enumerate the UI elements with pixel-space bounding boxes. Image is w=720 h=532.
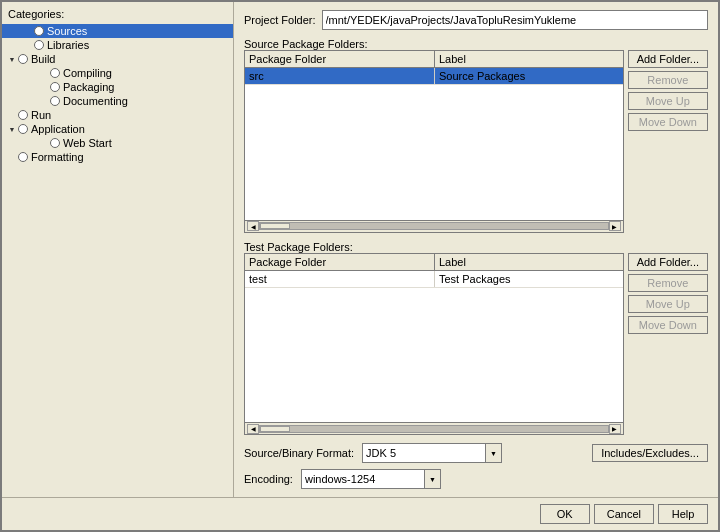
test-scrolltrack[interactable] xyxy=(259,425,609,433)
sidebar-item-label: Run xyxy=(31,109,51,121)
test-side-buttons: Add Folder... Remove Move Up Move Down xyxy=(628,253,708,436)
sidebar-item-formatting[interactable]: Formatting xyxy=(2,150,233,164)
build-circle-icon xyxy=(18,54,28,64)
webstart-circle-icon xyxy=(50,138,60,148)
source-scrollthumb[interactable] xyxy=(260,223,290,229)
test-col-label: Label xyxy=(435,254,623,270)
scroll-right-icon[interactable]: ▶ xyxy=(609,221,621,231)
left-panel: Categories: Sources Libraries Build Comp xyxy=(2,2,234,497)
test-scroll-left-icon[interactable]: ◀ xyxy=(247,424,259,434)
source-binary-select-wrapper: JDK 5 ▼ xyxy=(362,443,502,463)
packaging-circle-icon xyxy=(50,82,60,92)
test-table-body: test Test Packages xyxy=(245,271,623,423)
encoding-select[interactable]: windows-1254 xyxy=(301,469,441,489)
source-table-body: src Source Packages xyxy=(245,68,623,220)
sidebar-item-label: Formatting xyxy=(31,151,84,163)
sidebar-item-libraries[interactable]: Libraries xyxy=(2,38,233,52)
scroll-left-icon[interactable]: ◀ xyxy=(247,221,259,231)
encoding-label: Encoding: xyxy=(244,473,293,485)
source-move-down-button[interactable]: Move Down xyxy=(628,113,708,131)
test-col-folder: Package Folder xyxy=(245,254,435,270)
source-binary-label: Source/Binary Format: xyxy=(244,447,354,459)
source-scrollbar[interactable]: ◀ ▶ xyxy=(245,220,623,232)
source-table-section: Package Folder Label src Source Packages xyxy=(244,50,708,233)
test-scrollbar[interactable]: ◀ ▶ xyxy=(245,422,623,434)
build-arrow-icon xyxy=(6,53,18,65)
sidebar-item-label: Libraries xyxy=(47,39,89,51)
sidebar-item-documenting[interactable]: Documenting xyxy=(2,94,233,108)
formatting-circle-icon xyxy=(18,152,28,162)
source-scrolltrack[interactable] xyxy=(259,222,609,230)
dialog-content: Categories: Sources Libraries Build Comp xyxy=(2,2,718,497)
project-folder-label: Project Folder: xyxy=(244,14,316,26)
test-package-section: Test Package Folders: Package Folder Lab… xyxy=(244,239,708,436)
sidebar-item-label: Sources xyxy=(47,25,87,37)
source-packages-label: Source Package Folders: xyxy=(244,38,708,50)
sidebar-item-webstart[interactable]: Web Start xyxy=(2,136,233,150)
project-folder-row: Project Folder: xyxy=(244,10,708,30)
application-arrow-icon xyxy=(6,123,18,135)
source-row-folder: src xyxy=(245,68,435,84)
help-button[interactable]: Help xyxy=(658,504,708,524)
source-col-folder: Package Folder xyxy=(245,51,435,67)
test-row-folder: test xyxy=(245,271,435,287)
sidebar-item-label: Documenting xyxy=(63,95,128,107)
source-table: Package Folder Label src Source Packages xyxy=(244,50,624,233)
ok-button[interactable]: OK xyxy=(540,504,590,524)
sidebar-item-label: Application xyxy=(31,123,85,135)
documenting-circle-icon xyxy=(50,96,60,106)
includes-excludes-button[interactable]: Includes/Excludes... xyxy=(592,444,708,462)
sidebar-item-sources[interactable]: Sources xyxy=(2,24,233,38)
sidebar-item-label: Compiling xyxy=(63,67,112,79)
sidebar-item-run[interactable]: Run xyxy=(2,108,233,122)
source-row-label: Source Packages xyxy=(435,68,623,84)
project-folder-input[interactable] xyxy=(322,10,708,30)
test-table-header: Package Folder Label xyxy=(245,254,623,271)
test-packages-label: Test Package Folders: xyxy=(244,241,708,253)
sidebar-item-packaging[interactable]: Packaging xyxy=(2,80,233,94)
source-binary-row: Source/Binary Format: JDK 5 ▼ Includes/E… xyxy=(244,443,708,463)
source-move-up-button[interactable]: Move Up xyxy=(628,92,708,110)
bottom-controls: Source/Binary Format: JDK 5 ▼ Includes/E… xyxy=(244,441,708,489)
test-add-folder-button[interactable]: Add Folder... xyxy=(628,253,708,271)
source-col-label: Label xyxy=(435,51,623,67)
source-binary-select[interactable]: JDK 5 xyxy=(362,443,502,463)
source-package-section: Source Package Folders: Package Folder L… xyxy=(244,36,708,233)
test-remove-button[interactable]: Remove xyxy=(628,274,708,292)
encoding-select-wrapper: windows-1254 ▼ xyxy=(301,469,441,489)
sidebar-item-application[interactable]: Application xyxy=(2,122,233,136)
test-scroll-right-icon[interactable]: ▶ xyxy=(609,424,621,434)
sidebar-item-build[interactable]: Build xyxy=(2,52,233,66)
libraries-circle-icon xyxy=(34,40,44,50)
test-row-label: Test Packages xyxy=(435,271,623,287)
sidebar-item-label: Build xyxy=(31,53,55,65)
application-circle-icon xyxy=(18,124,28,134)
source-remove-button[interactable]: Remove xyxy=(628,71,708,89)
source-table-header: Package Folder Label xyxy=(245,51,623,68)
test-table-section: Package Folder Label test Test Packages xyxy=(244,253,708,436)
source-add-folder-button[interactable]: Add Folder... xyxy=(628,50,708,68)
cancel-button[interactable]: Cancel xyxy=(594,504,654,524)
two-sections: Source Package Folders: Package Folder L… xyxy=(244,36,708,435)
run-circle-icon xyxy=(18,110,28,120)
test-table: Package Folder Label test Test Packages xyxy=(244,253,624,436)
sidebar-item-label: Web Start xyxy=(63,137,112,149)
source-side-buttons: Add Folder... Remove Move Up Move Down xyxy=(628,50,708,233)
project-properties-dialog: Categories: Sources Libraries Build Comp xyxy=(0,0,720,532)
sources-circle-icon xyxy=(34,26,44,36)
table-row[interactable]: test Test Packages xyxy=(245,271,623,288)
sidebar-item-label: Packaging xyxy=(63,81,114,93)
test-move-up-button[interactable]: Move Up xyxy=(628,295,708,313)
right-panel: Project Folder: Source Package Folders: … xyxy=(234,2,718,497)
sidebar-item-compiling[interactable]: Compiling xyxy=(2,66,233,80)
test-move-down-button[interactable]: Move Down xyxy=(628,316,708,334)
table-row[interactable]: src Source Packages xyxy=(245,68,623,85)
compiling-circle-icon xyxy=(50,68,60,78)
encoding-row: Encoding: windows-1254 ▼ xyxy=(244,469,708,489)
categories-label: Categories: xyxy=(2,6,233,24)
test-scrollthumb[interactable] xyxy=(260,426,290,432)
dialog-footer: OK Cancel Help xyxy=(2,497,718,530)
